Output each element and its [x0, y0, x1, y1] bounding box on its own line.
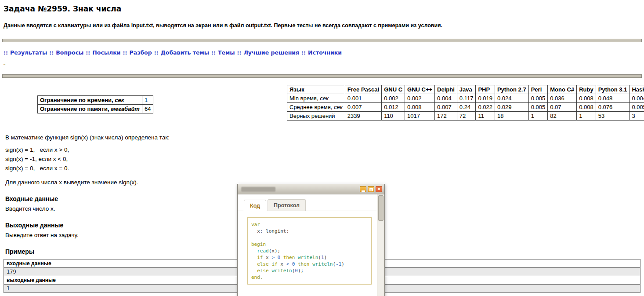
stats-cell: 0.004	[630, 94, 644, 103]
nav-link-1[interactable]: Вопросы	[56, 49, 83, 56]
stats-cell: 18	[495, 112, 528, 121]
stats-header-cell: Ruby	[577, 85, 596, 94]
stats-cell: 11	[476, 112, 495, 121]
minimize-button[interactable]	[360, 186, 366, 192]
stats-cell: 172	[435, 112, 457, 121]
nav-link-2[interactable]: Посылки	[92, 49, 120, 56]
stats-row: Среднее время, сек0.0070.0120.0080.0070.…	[287, 103, 644, 112]
code-line: x: longint;	[251, 228, 368, 234]
stats-cell: 0.029	[495, 103, 528, 112]
stats-cell: 82	[548, 112, 577, 121]
stats-cell: 0.07	[548, 103, 577, 112]
stats-cell: 0.002	[382, 94, 405, 103]
nav-link-7[interactable]: Источники	[308, 49, 342, 56]
window-titlebar[interactable]: ✕	[238, 184, 384, 194]
close-icon: ✕	[377, 187, 381, 191]
stats-cell: 2339	[345, 112, 381, 121]
stats-cell: 72	[457, 112, 476, 121]
stats-table: ЯзыкFree PascalGNU CGNU C++DelphiJavaPHP…	[287, 85, 644, 121]
limit-value: 1	[142, 96, 153, 105]
stats-cell: 0.024	[495, 94, 528, 103]
stats-row-label: Min время, сек	[287, 94, 345, 103]
window-buttons: ✕	[360, 186, 382, 192]
limits-table: Ограничение по времени, сек1Ограничение …	[37, 95, 153, 113]
stray-quote: "	[4, 63, 644, 69]
code-line: read(x);	[251, 248, 368, 254]
stats-cell: 0.24	[457, 103, 476, 112]
stats-cell: 53	[596, 112, 630, 121]
stats-cell: 0.012	[382, 103, 405, 112]
stats-header-cell: GNU C++	[405, 85, 435, 94]
stats-header-row: ЯзыкFree PascalGNU CGNU C++DelphiJavaPHP…	[287, 85, 644, 94]
stats-cell: 0.004	[435, 94, 457, 103]
problem-statement: В математике функция sign(x) (знак числа…	[5, 134, 644, 186]
scrollbar-thumb[interactable]	[378, 195, 384, 221]
limits-row: Ограничение по времени, сек1	[38, 96, 153, 105]
nav-link-0[interactable]: Результаты	[10, 49, 47, 56]
nav-separator: ::	[4, 49, 8, 56]
stats-cell: 0.076	[596, 103, 630, 112]
window-content: Код Протокол var x: longint; begin read(…	[238, 194, 377, 296]
tab-protocol[interactable]: Протокол	[268, 199, 306, 211]
stats-cell: 0.008	[577, 94, 596, 103]
nav-separator: ::	[211, 49, 216, 56]
limit-label: Ограничение по памяти, мегабайт	[38, 105, 142, 113]
code-line	[251, 234, 368, 241]
page-subtitle: Данные вводятся с клавиатуры или из файл…	[4, 22, 644, 29]
stats-cell: 0.008	[577, 103, 596, 112]
page-title: Задача №2959. Знак числа	[4, 4, 644, 13]
code-box: var x: longint; begin read(x); if x > 0 …	[247, 217, 372, 285]
stats-header-cell: Mono C#	[548, 85, 577, 94]
limit-label: Ограничение по времени, сек	[38, 96, 142, 105]
window-scrollbar[interactable]	[377, 194, 384, 296]
close-button[interactable]: ✕	[376, 186, 382, 192]
stats-cell: 1	[577, 112, 596, 121]
stats-cell: 110	[382, 112, 405, 121]
code-line: if x > 0 then writeln(1)	[251, 254, 368, 261]
nav-separator: ::	[86, 49, 90, 56]
stats-row: Min время, сек0.0010.0020.0020.0040.1170…	[287, 94, 644, 103]
code-line: else if x < 0 then writeln(-1)	[251, 261, 368, 267]
sign-definition-line: sign(x) = 0, если x = 0.	[5, 164, 644, 173]
nav-separator: ::	[154, 49, 159, 56]
stats-header-cell: Delphi	[435, 85, 457, 94]
stats-cell: 0.007	[345, 103, 381, 112]
nav-separator: ::	[301, 49, 306, 56]
stats-cell: 0.048	[596, 94, 630, 103]
separator-bar-bottom	[2, 74, 642, 78]
limits-row: Ограничение по памяти, мегабайт64	[38, 105, 153, 113]
stats-cell: 0.002	[405, 94, 435, 103]
window-tabbar: Код Протокол	[238, 194, 377, 211]
nav-links: ::Результаты::Вопросы::Посылки::Разбор::…	[4, 49, 644, 56]
stats-cell: 0.005	[528, 94, 548, 103]
nav-link-3[interactable]: Разбор	[130, 49, 152, 56]
stats-header-cell: Java	[457, 85, 476, 94]
code-area: var x: longint; begin read(x); if x > 0 …	[251, 221, 368, 281]
stats-cell: 0.005	[528, 103, 548, 112]
nav-link-6[interactable]: Лучшие решения	[243, 49, 299, 56]
stats-header-cell: Free Pascal	[345, 85, 381, 94]
stats-header-cell: Perl	[528, 85, 548, 94]
tab-code[interactable]: Код	[244, 200, 266, 211]
code-line: begin	[251, 241, 368, 248]
statement-intro: В математике функция sign(x) (знак числа…	[5, 134, 644, 141]
stats-header-cell: PHP	[476, 85, 495, 94]
nav-link-5[interactable]: Темы	[218, 49, 235, 56]
separator-bar-top	[2, 39, 642, 42]
nav-link-4[interactable]: Добавить темы	[161, 49, 209, 56]
stats-cell: 0.019	[476, 94, 495, 103]
stats-cell: 0.036	[548, 94, 577, 103]
stats-header-cell: Python 3.1	[596, 85, 630, 94]
stats-row-label: Верных решений	[287, 112, 345, 121]
stats-cell: 1	[528, 112, 548, 121]
maximize-button[interactable]	[368, 186, 374, 192]
stats-cell: 3	[630, 112, 644, 121]
stats-header-cell: GNU C	[382, 85, 405, 94]
window-title-blurred	[241, 187, 275, 192]
nav-separator: ::	[237, 49, 241, 56]
stats-cell: 0.001	[345, 94, 381, 103]
stats-cell: 0.022	[476, 103, 495, 112]
nav-separator: ::	[123, 49, 127, 56]
stats-row: Верных решений23391101017172721118182153…	[287, 112, 644, 121]
code-line: var	[251, 221, 368, 228]
